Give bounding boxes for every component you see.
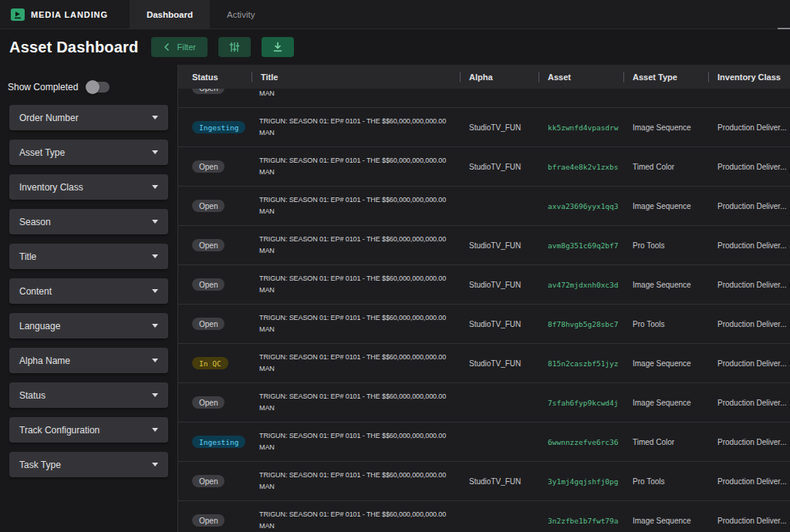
cell-asset: 815n2caszbf51jyz bbox=[538, 359, 623, 368]
filter-dropdown-label: Status bbox=[19, 390, 46, 401]
show-completed-label: Show Completed bbox=[8, 82, 78, 93]
cell-title: TRIGUN: SEASON 01: EP# 0101 - THE $$60,0… bbox=[252, 234, 460, 257]
status-badge: Open bbox=[192, 89, 225, 94]
filter-button-label: Filter bbox=[177, 42, 196, 52]
cell-asset: 6wwnnzzefve6rc36 bbox=[538, 438, 623, 446]
cell-alpha: StudioTV_FUN bbox=[460, 359, 538, 368]
filter-dropdown-order-number[interactable]: Order Number bbox=[9, 105, 168, 130]
filter-dropdown-inventory-class[interactable]: Inventory Class bbox=[9, 174, 168, 200]
filter-dropdown-alpha-name[interactable]: Alpha Name bbox=[9, 348, 168, 373]
table-row[interactable]: OpenTRIGUN: SEASON 01: EP# 0101 - THE $$… bbox=[178, 462, 790, 501]
column-header-asset: Asset bbox=[538, 72, 623, 82]
chevron-down-icon bbox=[152, 393, 158, 397]
asset-id-link[interactable]: 8f78hvgb5g28sbc7 bbox=[548, 320, 619, 328]
cell-inventory-class: Production Deliver... bbox=[708, 438, 790, 446]
chevron-down-icon bbox=[152, 185, 158, 189]
table-row[interactable]: OpenTRIGUN: SEASON 01: EP# 0101 - THE $$… bbox=[178, 501, 790, 532]
asset-id-link[interactable]: 815n2caszbf51jyz bbox=[548, 359, 619, 368]
cell-asset: 8f78hvgb5g28sbc7 bbox=[538, 320, 623, 328]
asset-id-link[interactable]: kk5zwnfd4vpasdrw bbox=[548, 123, 619, 132]
sliders-icon bbox=[228, 41, 241, 53]
table-row[interactable]: OpenTRIGUN: SEASON 01: EP# 0101 - THE $$… bbox=[178, 383, 790, 423]
cell-asset-type: Image Sequence bbox=[623, 399, 708, 407]
filter-dropdown-season[interactable]: Season bbox=[9, 209, 168, 234]
asset-id-link[interactable]: bfrae4e8k2v1zxbs bbox=[548, 163, 619, 171]
cell-alpha: StudioTV_FUN bbox=[460, 477, 538, 486]
filter-dropdown-content[interactable]: Content bbox=[9, 278, 168, 304]
download-icon bbox=[272, 41, 284, 53]
cell-asset-type: Timed Color bbox=[623, 438, 708, 446]
filter-dropdown-label: Title bbox=[19, 251, 36, 262]
table-body: OpenTRIGUN: SEASON 01: EP# 0101 - THE $$… bbox=[178, 89, 790, 532]
cell-status: Open bbox=[178, 475, 252, 487]
tab-dashboard[interactable]: Dashboard bbox=[130, 0, 210, 29]
cell-title: TRIGUN: SEASON 01: EP# 0101 - THE $$60,0… bbox=[252, 509, 460, 532]
filter-dropdown-language[interactable]: Language bbox=[9, 313, 168, 338]
cell-title: TRIGUN: SEASON 01: EP# 0101 - THE $$60,0… bbox=[252, 89, 460, 99]
cell-asset-type: Image Sequence bbox=[623, 123, 708, 132]
nav-tabs: DashboardActivity bbox=[130, 0, 272, 29]
cell-asset: axva23696yyx1qq3 bbox=[538, 202, 623, 210]
cell-alpha: StudioTV_FUN bbox=[460, 281, 538, 289]
status-badge: In QC bbox=[192, 357, 228, 369]
cell-alpha: StudioTV_FUN bbox=[460, 123, 538, 132]
cell-inventory-class: Production Deliver... bbox=[708, 517, 790, 525]
table-row[interactable]: In QCTRIGUN: SEASON 01: EP# 0101 - THE $… bbox=[178, 344, 790, 383]
download-button[interactable] bbox=[262, 37, 294, 57]
filter-dropdown-label: Language bbox=[19, 321, 60, 332]
cell-title: TRIGUN: SEASON 01: EP# 0101 - THE $$60,0… bbox=[252, 391, 460, 414]
status-badge: Open bbox=[192, 514, 225, 527]
brand[interactable]: MEDIA LANDING bbox=[0, 0, 119, 29]
status-badge: Open bbox=[192, 318, 225, 330]
cell-status: In QC bbox=[178, 357, 252, 369]
top-navbar: MEDIA LANDING DashboardActivity bbox=[0, 0, 790, 29]
filter-dropdown-label: Content bbox=[19, 286, 52, 297]
asset-id-link[interactable]: 3y1mj4gqjshfj0pg bbox=[548, 477, 619, 486]
app-root: MEDIA LANDING DashboardActivity Asset Da… bbox=[0, 0, 790, 532]
filter-dropdown-task-type[interactable]: Task Type bbox=[9, 452, 168, 477]
chevron-down-icon bbox=[152, 150, 158, 154]
tab-activity[interactable]: Activity bbox=[210, 0, 272, 29]
chevron-down-icon bbox=[152, 254, 158, 258]
filter-button[interactable]: Filter bbox=[151, 37, 208, 57]
table-row[interactable]: IngestingTRIGUN: SEASON 01: EP# 0101 - T… bbox=[178, 108, 790, 147]
table-row[interactable]: OpenTRIGUN: SEASON 01: EP# 0101 - THE $$… bbox=[178, 305, 790, 344]
cell-status: Open bbox=[178, 396, 252, 409]
filter-dropdown-track-configuration[interactable]: Track Configuration bbox=[9, 417, 168, 443]
chevron-down-icon bbox=[152, 428, 158, 432]
filter-dropdown-label: Inventory Class bbox=[19, 182, 83, 193]
cell-inventory-class: Production Deliver... bbox=[708, 399, 790, 407]
filter-dropdown-status[interactable]: Status bbox=[9, 382, 168, 408]
asset-id-link[interactable]: axva23696yyx1qq3 bbox=[548, 202, 619, 210]
filter-dropdown-title[interactable]: Title bbox=[9, 244, 168, 269]
asset-id-link[interactable]: avm8g351c69q2bf7 bbox=[548, 241, 619, 250]
asset-id-link[interactable]: 7sfah6fyp9kcwd4j bbox=[548, 399, 619, 407]
cell-inventory-class: Production Deliver... bbox=[708, 123, 790, 132]
cell-inventory-class: Production Deliver... bbox=[708, 202, 790, 210]
cell-inventory-class: Production Deliver... bbox=[708, 281, 790, 289]
cell-status: Open bbox=[178, 514, 252, 527]
column-settings-button[interactable] bbox=[218, 37, 251, 57]
filter-dropdown-asset-type[interactable]: Asset Type bbox=[9, 140, 168, 165]
cell-title: TRIGUN: SEASON 01: EP# 0101 - THE $$60,0… bbox=[252, 430, 460, 453]
table-row[interactable]: OpenTRIGUN: SEASON 01: EP# 0101 - THE $$… bbox=[178, 147, 790, 187]
column-header-asset-type: Asset Type bbox=[623, 72, 708, 82]
cell-asset-type: Pro Tools bbox=[623, 320, 708, 328]
cell-title: TRIGUN: SEASON 01: EP# 0101 - THE $$60,0… bbox=[252, 312, 460, 335]
status-badge: Open bbox=[192, 278, 225, 291]
table-row[interactable]: OpenTRIGUN: SEASON 01: EP# 0101 - THE $$… bbox=[178, 265, 790, 305]
asset-id-link[interactable]: 6wwnnzzefve6rc36 bbox=[548, 438, 619, 446]
asset-id-link[interactable]: av472mjdxnh0xc3d bbox=[548, 281, 619, 289]
column-header-status: Status bbox=[178, 72, 252, 82]
cell-inventory-class: Production Deliver... bbox=[708, 241, 790, 250]
table-row[interactable]: OpenTRIGUN: SEASON 01: EP# 0101 - THE $$… bbox=[178, 226, 790, 265]
table-row[interactable]: OpenTRIGUN: SEASON 01: EP# 0101 - THE $$… bbox=[178, 89, 790, 108]
cell-title: TRIGUN: SEASON 01: EP# 0101 - THE $$60,0… bbox=[252, 352, 460, 375]
cell-title: TRIGUN: SEASON 01: EP# 0101 - THE $$60,0… bbox=[252, 116, 460, 139]
asset-id-link[interactable]: 3n2zfbe1b7fwt79a bbox=[548, 517, 619, 525]
cell-asset-type: Image Sequence bbox=[623, 517, 708, 525]
table-row[interactable]: OpenTRIGUN: SEASON 01: EP# 0101 - THE $$… bbox=[178, 187, 790, 226]
show-completed-toggle[interactable] bbox=[86, 82, 110, 93]
cell-asset-type: Image Sequence bbox=[623, 202, 708, 210]
table-row[interactable]: IngestingTRIGUN: SEASON 01: EP# 0101 - T… bbox=[178, 423, 790, 462]
